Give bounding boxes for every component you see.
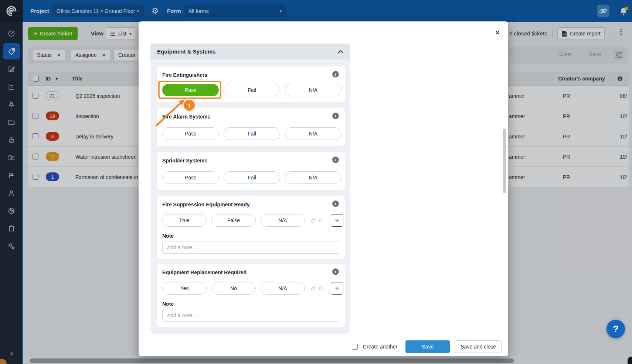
attachment-count: 0: [319, 285, 322, 291]
attachments-control[interactable]: 0: [310, 217, 322, 224]
note-label: Note: [162, 233, 174, 239]
option-no[interactable]: No: [211, 282, 256, 295]
paperclip-icon: [310, 285, 317, 292]
field-label: Fire Alarm Systems: [162, 114, 210, 120]
save-and-close-button[interactable]: Save and close: [455, 340, 502, 353]
field-card-sprinkler-systems: Sprinkler Systems i Pass Fail N/A: [157, 152, 345, 190]
option-row: Pass Fail N/A: [162, 84, 342, 96]
option-na[interactable]: N/A: [285, 171, 342, 184]
option-na[interactable]: N/A: [285, 127, 342, 140]
info-icon[interactable]: i: [332, 113, 339, 119]
field-card-fire-suppression: Fire Suppression Equipment Ready i True …: [157, 196, 345, 259]
option-pass[interactable]: Pass: [162, 171, 219, 184]
note-input[interactable]: [162, 241, 339, 254]
field-card-fire-extinguishers: Fire Extinguishers i Pass Fail N/A: [157, 66, 345, 102]
attachment-count: 0: [319, 217, 322, 223]
form-modal: ✕ Equipment & Systems Fire Extinguishers…: [139, 21, 508, 356]
info-icon[interactable]: i: [332, 71, 339, 78]
option-row: Pass Fail N/A: [162, 171, 342, 184]
option-pass[interactable]: Pass: [162, 127, 219, 140]
option-na[interactable]: N/A: [285, 84, 342, 96]
field-label: Fire Suppression Equipment Ready: [162, 202, 250, 207]
modal-footer: Create another Save Save and close: [139, 337, 508, 356]
note-input[interactable]: [162, 309, 339, 322]
field-label: Sprinkler Systems: [162, 158, 207, 164]
chevron-up-icon[interactable]: [338, 50, 344, 54]
form-section-equipment-systems: Equipment & Systems Fire Extinguishers i…: [150, 44, 350, 334]
modal-scrollbar-thumb[interactable]: [503, 128, 506, 193]
option-fail[interactable]: Fail: [224, 84, 280, 96]
app-viewport: Project Office Complex 11 > Ground Floor…: [0, 0, 632, 364]
field-card-fire-alarm-systems: Fire Alarm Systems i Pass Fail N/A: [157, 108, 345, 146]
paperclip-icon: [310, 217, 317, 224]
option-row: True False N/A 0 +: [162, 214, 343, 227]
create-another-label: Create another: [363, 344, 397, 350]
option-yes[interactable]: Yes: [162, 282, 207, 295]
option-na[interactable]: N/A: [261, 282, 305, 295]
option-row: Yes No N/A 0 +: [162, 282, 343, 295]
option-true[interactable]: True: [162, 214, 207, 227]
save-button[interactable]: Save: [405, 340, 450, 353]
help-button[interactable]: ?: [606, 320, 625, 338]
field-label: Equipment Replacement Required: [162, 269, 247, 275]
add-attachment-button[interactable]: +: [331, 214, 343, 227]
option-row: Pass Fail N/A: [162, 127, 342, 140]
option-fail[interactable]: Fail: [224, 171, 280, 184]
option-fail[interactable]: Fail: [224, 127, 280, 140]
section-title: Equipment & Systems: [157, 48, 215, 55]
attachments-control[interactable]: 0: [310, 285, 322, 292]
section-header[interactable]: Equipment & Systems: [150, 44, 350, 59]
option-pass[interactable]: Pass: [162, 84, 219, 96]
option-false[interactable]: False: [211, 214, 256, 227]
info-icon[interactable]: i: [332, 200, 339, 207]
field-card-equipment-replacement: Equipment Replacement Required i Yes No …: [157, 264, 345, 327]
option-na[interactable]: N/A: [261, 214, 305, 227]
add-attachment-button[interactable]: +: [331, 282, 343, 295]
note-label: Note: [162, 301, 174, 307]
info-icon[interactable]: i: [332, 268, 339, 275]
create-another-checkbox[interactable]: [352, 344, 358, 350]
field-label: Fire Extinguishers: [162, 72, 207, 78]
close-icon[interactable]: ✕: [493, 28, 502, 38]
info-icon[interactable]: i: [332, 157, 339, 163]
